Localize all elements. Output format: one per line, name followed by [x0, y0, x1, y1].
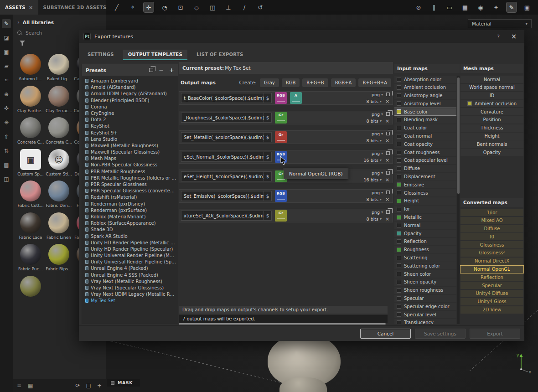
snap-icon[interactable]: ⊥: [223, 2, 233, 12]
converted-map-item[interactable]: Unity4 Diffuse: [460, 290, 523, 297]
brush-settings-icon[interactable]: ✎: [507, 2, 517, 12]
remove-map-icon[interactable]: ×: [385, 177, 390, 183]
material-item[interactable]: ☺ Custom Sti...: [45, 149, 73, 181]
converted-map-item[interactable]: Reflection: [460, 273, 523, 281]
filename-input[interactable]: eSet_Normal(_$colorSpace)(.$udim): [181, 152, 264, 162]
format-dropdown[interactable]: png ▾: [372, 210, 383, 215]
filename-variable-button[interactable]: $: [264, 171, 272, 181]
rotate-tool-icon[interactable]: ◔: [160, 2, 170, 12]
preset-item[interactable]: Amazon Lumberyard: [83, 78, 176, 84]
material-item[interactable]: Fabric Lace: [16, 212, 45, 244]
input-map-item[interactable]: Roughness: [394, 246, 456, 253]
input-map-item[interactable]: Specular level: [394, 311, 456, 318]
converted-map-item[interactable]: 1/ior: [460, 209, 523, 216]
format-dropdown[interactable]: png ▾: [372, 131, 383, 136]
mesh-map-item[interactable]: ID: [460, 92, 523, 99]
preset-item[interactable]: Renderman (pxrSurface): [83, 207, 176, 213]
input-map-item[interactable]: Scattering: [394, 254, 456, 262]
filename-variable-button[interactable]: $: [264, 211, 272, 221]
duplicate-map-icon[interactable]: [386, 171, 390, 175]
channel-badge[interactable]: RGB: [275, 92, 287, 104]
mesh-map-item[interactable]: Bent normals: [460, 140, 523, 148]
add-library-icon[interactable]: +: [97, 382, 102, 389]
mesh-map-item[interactable]: Height: [460, 133, 523, 140]
library-selector[interactable]: › All libraries: [13, 15, 106, 26]
preset-item[interactable]: KeyShot 9+: [83, 130, 176, 136]
remove-map-icon[interactable]: ×: [385, 118, 390, 124]
duplicate-map-icon[interactable]: [386, 151, 390, 155]
horizontal-scrollbar[interactable]: [179, 323, 386, 325]
input-map-item[interactable]: Specular edge color: [394, 303, 456, 310]
filename-variable-button[interactable]: $: [264, 191, 272, 201]
channel-badge[interactable]: RGB: [275, 190, 287, 202]
filename-variable-button[interactable]: $: [264, 152, 272, 162]
create-channel-button[interactable]: Gray: [260, 78, 279, 87]
input-map-item[interactable]: Sheen roughness: [394, 287, 456, 294]
bitdepth-dropdown[interactable]: 8 bits ▾: [367, 99, 382, 104]
lazy-mouse-icon[interactable]: ⌖: [128, 2, 138, 12]
mesh-map-item[interactable]: Thickness: [460, 124, 523, 132]
remove-map-icon[interactable]: ×: [385, 216, 390, 222]
frame-icon[interactable]: ▢: [86, 382, 91, 389]
close-tab-icon[interactable]: ×: [29, 5, 33, 10]
preset-item[interactable]: Maxwell (Metallic Roughness): [83, 143, 176, 149]
material-item[interactable]: Concrete C...: [16, 117, 45, 149]
remove-map-icon[interactable]: ×: [385, 98, 390, 104]
input-map-item[interactable]: Absorption color: [394, 76, 456, 83]
format-dropdown[interactable]: png ▾: [372, 190, 383, 195]
thumbnail-view-icon[interactable]: ▦: [28, 382, 33, 389]
remove-map-icon[interactable]: ×: [385, 157, 390, 163]
converted-map-item[interactable]: Glossiness²: [460, 249, 523, 257]
mesh-map-item[interactable]: Normal: [460, 76, 523, 83]
input-map-item[interactable]: Coat color: [394, 124, 456, 132]
filename-input[interactable]: Set_Emissive(_$colorSpace)(.$udim): [181, 191, 264, 201]
eraser-tool-icon[interactable]: ◪: [2, 33, 11, 42]
stroke-path-icon[interactable]: ╱: [112, 2, 122, 12]
mesh-map-item[interactable]: Ambient occlusion: [460, 100, 523, 107]
move-tool-icon[interactable]: ✛: [144, 2, 154, 12]
tab-settings[interactable]: SETTINGS: [83, 50, 119, 60]
converted-map-item[interactable]: 2D View: [460, 306, 523, 314]
channel-badge[interactable]: A: [290, 92, 302, 104]
filename-variable-button[interactable]: $: [264, 93, 272, 103]
clone-tool-icon[interactable]: ⊕: [2, 90, 11, 99]
dialog-titlebar[interactable]: Pt Export textures ? ×: [79, 30, 524, 43]
create-channel-button[interactable]: RGB+A: [331, 78, 356, 87]
material-item[interactable]: Autumn L...: [16, 54, 45, 86]
input-map-item[interactable]: Translucency: [394, 319, 456, 324]
duplicate-map-icon[interactable]: [386, 132, 390, 135]
filename-variable-button[interactable]: $: [264, 132, 272, 142]
input-map-item[interactable]: Ambient occlusion: [394, 84, 456, 91]
preset-item[interactable]: PBR Specular Glossiness: [83, 181, 176, 187]
input-map-item[interactable]: Scattering color: [394, 262, 456, 269]
list-view-icon[interactable]: ≡: [17, 382, 21, 389]
filename-input[interactable]: _Roughness(_$colorSpace)(.$udim): [181, 113, 264, 123]
preset-item[interactable]: Unreal Engine 4 (Packed): [83, 265, 176, 271]
mesh-map-item[interactable]: Curvature: [460, 108, 523, 115]
converted-map-item[interactable]: Specular: [460, 282, 523, 289]
input-map-item[interactable]: Opacity: [394, 230, 456, 237]
material-item[interactable]: Fabric Puc...: [16, 244, 45, 276]
environment-icon[interactable]: ✦: [491, 2, 501, 12]
help-button[interactable]: ?: [492, 34, 504, 40]
preset-item[interactable]: Unreal Engine 4 SSS (Packed): [83, 272, 176, 278]
mask-tab[interactable]: MASK: [107, 379, 140, 387]
screenshot-icon[interactable]: ▣: [522, 2, 532, 12]
projection-settings-icon[interactable]: ◇: [191, 2, 202, 12]
preset-item[interactable]: Unity HD Render Pipeline (Metallic St...: [83, 240, 176, 246]
input-map-item[interactable]: Anisotropy level: [394, 100, 456, 107]
preset-item[interactable]: Vray Next UDIM Legacy (Metallic Rou...: [83, 291, 176, 297]
preset-item[interactable]: KeyShot: [83, 123, 176, 129]
format-dropdown[interactable]: png ▾: [372, 151, 383, 156]
filename-variable-button[interactable]: $: [264, 113, 272, 123]
input-map-item[interactable]: Coat normal: [394, 133, 456, 140]
viewport-visibility-icon[interactable]: ⊘: [414, 2, 424, 12]
material-dropdown[interactable]: Material ▾: [468, 19, 532, 28]
cancel-button[interactable]: Cancel: [360, 329, 411, 339]
dialog-close-button[interactable]: ×: [508, 32, 520, 41]
filename-input[interactable]: eSet_Height(_$colorSpace)(.$udim): [181, 171, 264, 181]
scale-tool-icon[interactable]: ⊡: [176, 2, 186, 12]
filter-icon[interactable]: [20, 41, 25, 46]
mesh-map-item[interactable]: World space normal: [460, 84, 523, 91]
input-maps-scrollbar[interactable]: [457, 76, 460, 324]
